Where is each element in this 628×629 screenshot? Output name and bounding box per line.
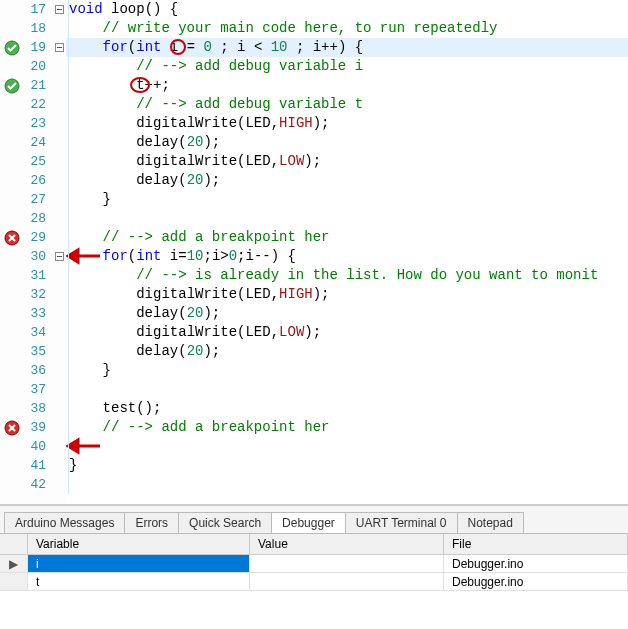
gutter-row[interactable]: 18 [0,19,66,38]
code-line[interactable]: // --> add a breakpoint her [66,418,628,437]
breakpoint-margin[interactable] [0,361,24,380]
gutter-row[interactable]: 35 [0,342,66,361]
gutter-row[interactable]: 21 [0,76,66,95]
gutter-row[interactable]: 29 [0,228,66,247]
code-line[interactable]: // write your main code here, to run rep… [66,19,628,38]
code-line[interactable]: } [66,190,628,209]
code-line[interactable]: delay(20); [66,304,628,323]
variable-file-cell[interactable]: Debugger.ino [444,573,628,591]
gutter-row[interactable]: 36 [0,361,66,380]
breakpoint-margin[interactable] [0,456,24,475]
breakpoint-margin[interactable] [0,171,24,190]
row-selector[interactable] [0,573,28,591]
code-line[interactable]: digitalWrite(LED,HIGH); [66,114,628,133]
breakpoint-margin[interactable] [0,0,24,19]
gutter-row[interactable]: 17 [0,0,66,19]
code-line[interactable] [66,475,628,494]
code-line[interactable]: for(int i=10;i>0;i--) { [66,247,628,266]
code-line[interactable]: delay(20); [66,133,628,152]
gutter-row[interactable]: 19 [0,38,66,57]
breakpoint-margin[interactable] [0,133,24,152]
gutter-row[interactable]: 30 [0,247,66,266]
code-line[interactable]: // --> add debug variable i [66,57,628,76]
gutter-row[interactable]: 27 [0,190,66,209]
code-line[interactable]: delay(20); [66,342,628,361]
tab-errors[interactable]: Errors [124,512,179,533]
code-line[interactable]: // --> add debug variable t [66,95,628,114]
gutter-row[interactable]: 34 [0,323,66,342]
gutter-row[interactable]: 22 [0,95,66,114]
breakpoint-margin[interactable] [0,475,24,494]
breakpoint-margin[interactable] [0,38,24,57]
variable-row[interactable]: ▶iDebugger.ino [0,555,628,573]
breakpoint-margin[interactable] [0,304,24,323]
code-line[interactable]: } [66,361,628,380]
breakpoint-margin[interactable] [0,418,24,437]
variable-name-cell[interactable]: t [28,573,250,591]
code-area[interactable]: void loop() { // write your main code he… [66,0,628,504]
value-column-header[interactable]: Value [250,534,444,555]
breakpoint-margin[interactable] [0,152,24,171]
code-line[interactable] [66,380,628,399]
gutter-row[interactable]: 38 [0,399,66,418]
tab-notepad[interactable]: Notepad [457,512,524,533]
breakpoint-margin[interactable] [0,114,24,133]
code-line[interactable]: delay(20); [66,171,628,190]
gutter-row[interactable]: 37 [0,380,66,399]
gutter-row[interactable]: 25 [0,152,66,171]
code-line[interactable] [66,209,628,228]
tab-quick-search[interactable]: Quick Search [178,512,272,533]
variable-file-cell[interactable]: Debugger.ino [444,555,628,573]
breakpoint-margin[interactable] [0,323,24,342]
breakpoint-margin[interactable] [0,266,24,285]
file-column-header[interactable]: File [444,534,628,555]
breakpoint-icon[interactable] [4,420,20,436]
breakpoint-margin[interactable] [0,76,24,95]
gutter-row[interactable]: 42 [0,475,66,494]
gutter-row[interactable]: 40 [0,437,66,456]
breakpoint-margin[interactable] [0,247,24,266]
code-line[interactable]: digitalWrite(LED,LOW); [66,323,628,342]
code-line[interactable]: for(int i = 0 ; i < 10 ; i++) { [66,38,628,57]
gutter-row[interactable]: 41 [0,456,66,475]
tracepoint-icon[interactable] [4,40,20,56]
code-line[interactable]: t++; [66,76,628,95]
code-line[interactable]: // --> is already in the list. How do yo… [66,266,628,285]
variable-name-cell[interactable]: i [28,555,250,573]
breakpoint-margin[interactable] [0,57,24,76]
gutter-row[interactable]: 23 [0,114,66,133]
variable-value-cell[interactable] [250,573,444,591]
row-selector[interactable]: ▶ [0,555,28,573]
code-editor[interactable]: 1718192021222324252627282930313233343536… [0,0,628,505]
code-line[interactable] [66,437,628,456]
tab-uart-terminal-0[interactable]: UART Terminal 0 [345,512,458,533]
breakpoint-margin[interactable] [0,209,24,228]
fold-toggle[interactable] [52,5,66,14]
breakpoint-margin[interactable] [0,285,24,304]
breakpoint-margin[interactable] [0,380,24,399]
breakpoint-margin[interactable] [0,95,24,114]
gutter-row[interactable]: 26 [0,171,66,190]
fold-toggle[interactable] [52,43,66,52]
breakpoint-margin[interactable] [0,342,24,361]
code-line[interactable]: digitalWrite(LED,LOW); [66,152,628,171]
tab-arduino-messages[interactable]: Arduino Messages [4,512,125,533]
tracepoint-icon[interactable] [4,78,20,94]
variable-row[interactable]: tDebugger.ino [0,573,628,591]
code-line[interactable]: // --> add a breakpoint her [66,228,628,247]
variable-value-cell[interactable] [250,555,444,573]
breakpoint-margin[interactable] [0,399,24,418]
breakpoint-margin[interactable] [0,437,24,456]
gutter-row[interactable]: 24 [0,133,66,152]
fold-toggle[interactable] [52,252,66,261]
gutter-row[interactable]: 32 [0,285,66,304]
gutter-row[interactable]: 33 [0,304,66,323]
editor-gutter[interactable]: 1718192021222324252627282930313233343536… [0,0,66,504]
gutter-row[interactable]: 31 [0,266,66,285]
gutter-row[interactable]: 20 [0,57,66,76]
breakpoint-margin[interactable] [0,19,24,38]
gutter-row[interactable]: 28 [0,209,66,228]
breakpoint-icon[interactable] [4,230,20,246]
code-line[interactable]: digitalWrite(LED,HIGH); [66,285,628,304]
breakpoint-margin[interactable] [0,190,24,209]
